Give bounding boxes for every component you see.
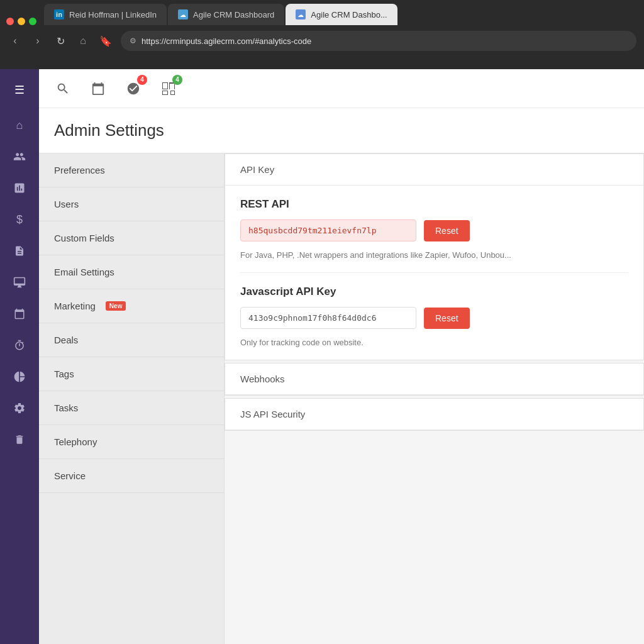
webhooks-header-label: Webhooks: [240, 374, 285, 384]
tags-label: Tags: [54, 369, 74, 379]
sidebar-calendar-icon[interactable]: [5, 299, 34, 328]
sidebar-menu-icon[interactable]: ☰: [5, 75, 34, 104]
tasks-badge: 4: [137, 75, 147, 85]
settings-nav-preferences[interactable]: Preferences: [39, 153, 224, 187]
browser-address-bar: ‹ › ↻ ⌂ 🔖 ⚙ https://crminputs.agilecrm.c…: [0, 25, 644, 57]
traffic-light-green[interactable]: [29, 18, 36, 25]
browser-chrome: in Reid Hoffman | LinkedIn ☁ Agile CRM D…: [0, 0, 644, 69]
js-api-input[interactable]: [240, 307, 416, 329]
two-col-layout: Preferences Users Custom Fields Email Se…: [39, 153, 644, 644]
agile2-tab-icon: ☁: [296, 9, 306, 19]
url-bar[interactable]: ⚙ https://crminputs.agilecrm.com/#analyt…: [121, 31, 636, 51]
js-api-security-header-label: JS API Security: [240, 409, 305, 419]
rest-api-reset-button[interactable]: Reset: [424, 220, 470, 242]
sidebar-docs-icon[interactable]: [5, 236, 34, 265]
url-text: https://crminputs.agilecrm.com/#analytic…: [142, 36, 311, 46]
users-label: Users: [54, 199, 79, 209]
browser-tabs: in Reid Hoffman | LinkedIn ☁ Agile CRM D…: [0, 0, 644, 25]
apps-badge: 4: [172, 75, 182, 85]
traffic-light-yellow[interactable]: [18, 18, 25, 25]
js-api-title: Javascript API Key: [240, 286, 628, 298]
forward-button[interactable]: ›: [30, 33, 45, 48]
bookmark-button[interactable]: 🔖: [98, 33, 113, 48]
settings-nav-marketing[interactable]: Marketing New: [39, 289, 224, 323]
js-api-row: Reset: [240, 307, 628, 329]
page-body: Admin Settings Preferences Users Custom …: [39, 108, 644, 644]
sidebar-timer-icon[interactable]: [5, 331, 34, 360]
custom-fields-label: Custom Fields: [54, 233, 114, 243]
settings-nav-telephony[interactable]: Telephony: [39, 425, 224, 459]
sidebar-home-icon[interactable]: ⌂: [5, 111, 34, 140]
settings-sidebar: Preferences Users Custom Fields Email Se…: [39, 153, 225, 644]
tasks-header-icon[interactable]: 4: [122, 77, 145, 100]
back-button[interactable]: ‹: [8, 33, 23, 48]
deals-label: Deals: [54, 335, 78, 345]
settings-nav-tasks[interactable]: Tasks: [39, 391, 224, 425]
api-key-header-label: API Key: [240, 164, 274, 175]
js-api-reset-button[interactable]: Reset: [424, 308, 470, 329]
js-api-security-header[interactable]: JS API Security: [225, 399, 643, 430]
settings-nav-deals[interactable]: Deals: [39, 323, 224, 357]
sidebar-deals-icon[interactable]: $: [5, 205, 34, 234]
page-title-bar: Admin Settings: [39, 108, 644, 153]
apps-header-icon[interactable]: 4: [157, 77, 180, 100]
tab-agile2-label: Agile CRM Dashbo...: [311, 10, 387, 19]
telephony-label: Telephony: [54, 436, 97, 447]
traffic-light-red[interactable]: [6, 18, 14, 25]
sidebar-reports-icon[interactable]: [5, 174, 34, 203]
main-panel: API Key REST API Reset For Java, PHP, .N…: [225, 153, 644, 644]
rest-api-row: Reset: [240, 219, 628, 242]
reload-button[interactable]: ↻: [53, 33, 68, 48]
sidebar-contacts-icon[interactable]: [5, 142, 34, 171]
settings-nav-tags[interactable]: Tags: [39, 357, 224, 391]
calendar-header-icon[interactable]: [87, 77, 109, 100]
tab-linkedin-label: Reid Hoffman | LinkedIn: [69, 10, 157, 19]
rest-api-input[interactable]: [240, 219, 416, 242]
sidebar-left: ☰ ⌂ $: [0, 69, 39, 644]
webhooks-header[interactable]: Webhooks: [225, 364, 643, 395]
top-header: 4 4: [39, 69, 644, 108]
tab-agile1-label: Agile CRM Dashboard: [193, 10, 274, 19]
settings-nav-service[interactable]: Service: [39, 459, 224, 493]
tasks-label: Tasks: [54, 402, 78, 413]
settings-nav-custom-fields[interactable]: Custom Fields: [39, 221, 224, 255]
tab-linkedin[interactable]: in Reid Hoffman | LinkedIn: [44, 4, 167, 25]
app-container: ☰ ⌂ $: [0, 69, 644, 644]
linkedin-tab-icon: in: [54, 9, 64, 19]
api-key-header: API Key: [225, 154, 643, 186]
js-api-security-section: JS API Security: [225, 398, 644, 431]
service-label: Service: [54, 470, 86, 481]
marketing-new-badge: New: [106, 301, 126, 311]
agile1-tab-icon: ☁: [178, 9, 188, 19]
tab-agile1[interactable]: ☁ Agile CRM Dashboard: [168, 4, 284, 25]
page-title: Admin Settings: [54, 121, 629, 140]
rest-api-helper: For Java, PHP, .Net wrappers and integra…: [240, 250, 628, 260]
home-button[interactable]: ⌂: [75, 33, 91, 48]
email-settings-label: Email Settings: [54, 267, 114, 277]
sidebar-trash-icon[interactable]: [5, 425, 34, 454]
search-header-icon[interactable]: [52, 77, 74, 100]
preferences-label: Preferences: [54, 165, 105, 175]
marketing-label: Marketing: [54, 301, 96, 311]
sidebar-settings-icon[interactable]: [5, 394, 34, 423]
sidebar-monitor-icon[interactable]: [5, 268, 34, 297]
js-api-helper: Only for tracking code on website.: [240, 338, 628, 347]
api-key-section: API Key REST API Reset For Java, PHP, .N…: [225, 153, 644, 360]
webhooks-section: Webhooks: [225, 363, 644, 396]
lock-icon: ⚙: [130, 36, 136, 45]
main-content: 4 4 Admin Settings Preferences Users: [39, 69, 644, 644]
settings-nav-users[interactable]: Users: [39, 187, 224, 221]
sidebar-charts-icon[interactable]: [5, 362, 34, 391]
js-api-body: Javascript API Key Reset Only for tracki…: [225, 273, 643, 360]
rest-api-title: REST API: [240, 198, 628, 211]
tab-agile2[interactable]: ☁ Agile CRM Dashbo...: [286, 4, 397, 25]
settings-nav-email-settings[interactable]: Email Settings: [39, 255, 224, 289]
rest-api-body: REST API Reset For Java, PHP, .Net wrapp…: [225, 186, 643, 272]
